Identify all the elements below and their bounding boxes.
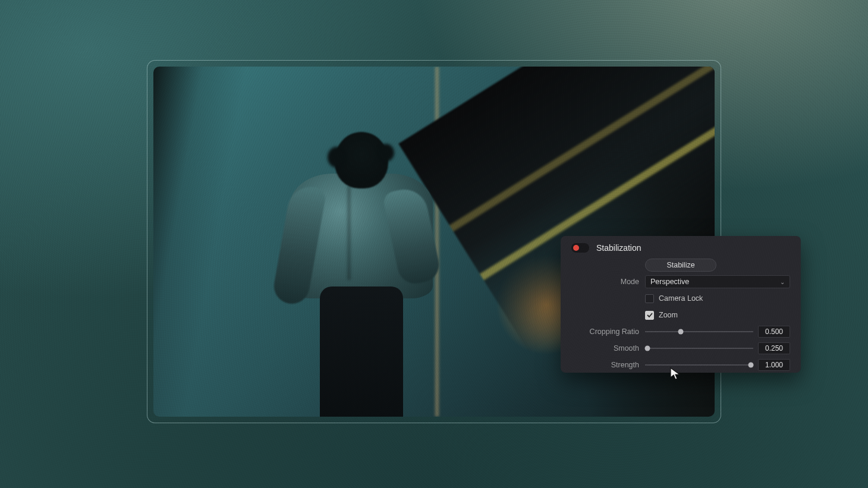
strength-label: Strength <box>571 361 645 369</box>
camera-lock-label: Camera Lock <box>659 294 703 303</box>
stabilize-button[interactable]: Stabilize <box>645 259 716 272</box>
mode-select[interactable]: Perspective ⌄ <box>645 275 790 288</box>
zoom-checkbox[interactable] <box>645 311 654 320</box>
cropping-ratio-slider[interactable] <box>645 328 753 336</box>
smooth-slider[interactable] <box>645 344 753 352</box>
panel-header: Stabilization <box>571 243 790 253</box>
smooth-label: Smooth <box>571 344 645 352</box>
mode-value: Perspective <box>650 278 689 286</box>
strength-slider[interactable] <box>645 361 753 369</box>
camera-lock-checkbox[interactable] <box>645 294 654 303</box>
chevron-down-icon: ⌄ <box>780 279 785 285</box>
zoom-label: Zoom <box>659 311 678 319</box>
stabilization-panel: Stabilization Stabilize Mode Perspective… <box>561 236 801 373</box>
smooth-value[interactable]: 0.250 <box>758 342 790 354</box>
cropping-ratio-label: Cropping Ratio <box>571 328 645 336</box>
mode-label: Mode <box>571 278 645 286</box>
stabilization-toggle[interactable] <box>571 243 589 253</box>
strength-value[interactable]: 1.000 <box>758 359 790 371</box>
panel-title: Stabilization <box>596 243 641 253</box>
subject-figure <box>278 132 427 417</box>
cropping-ratio-value[interactable]: 0.500 <box>758 326 790 338</box>
